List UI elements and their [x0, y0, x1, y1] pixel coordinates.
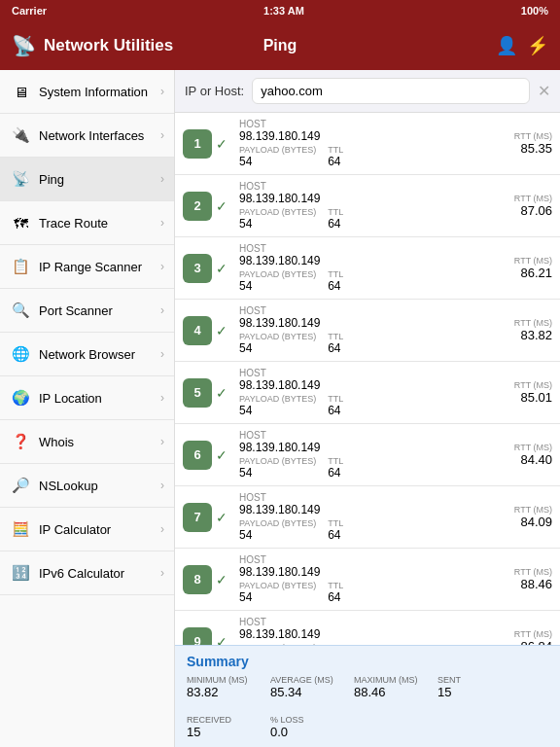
rtt-label-5: RTT (ms): [504, 380, 552, 390]
sidebar-item-whois[interactable]: ❓ Whois ›: [0, 420, 174, 464]
ttl-val-7: 64: [328, 528, 343, 542]
payload-val-4: 54: [239, 341, 316, 355]
ping-details-1: HOST 98.139.180.149 PAYLOAD (Bytes) 54 T…: [239, 119, 504, 168]
payload-item-8: PAYLOAD (Bytes) 54: [239, 581, 316, 604]
received-label: RECEIVED: [187, 715, 255, 725]
ping-details-6: HOST 98.139.180.149 PAYLOAD (Bytes) 54 T…: [239, 430, 504, 480]
chevron-icon-ipv6-calculator: ›: [160, 566, 164, 580]
rtt-val-5: 85.01: [504, 390, 552, 405]
ttl-val-4: 64: [328, 341, 343, 355]
sidebar-item-ip-location[interactable]: 🌍 IP Location ›: [0, 376, 174, 420]
payload-item-3: PAYLOAD (Bytes) 54: [239, 269, 316, 293]
sidebar-label-ipv6-calculator: IPv6 Calculator: [39, 566, 160, 581]
host-val-7: 98.139.180.149: [239, 503, 504, 516]
ttl-val-2: 64: [328, 217, 343, 231]
minimum-val: 83.82: [187, 685, 255, 699]
sidebar-item-ip-calculator[interactable]: 🧮 IP Calculator ›: [0, 508, 174, 551]
ttl-item-6: TTL 64: [328, 456, 343, 480]
sidebar-label-network-interfaces: Network Interfaces: [39, 128, 160, 143]
ping-number-3: 3: [183, 254, 212, 283]
sidebar-icon-system-information: 🖥: [10, 81, 31, 102]
ttl-label-5: TTL: [328, 394, 343, 404]
ip-input[interactable]: [252, 78, 530, 104]
sidebar-icon-port-scanner: 🔍: [10, 300, 31, 321]
ttl-label-2: TTL: [328, 207, 343, 217]
sidebar-item-network-browser[interactable]: 🌐 Network Browser ›: [0, 333, 174, 376]
sidebar-item-ping[interactable]: 📡 Ping ›: [0, 158, 174, 201]
ping-meta-1: PAYLOAD (Bytes) 54 TTL 64: [239, 145, 504, 168]
payload-val-3: 54: [239, 279, 316, 293]
ping-details-5: HOST 98.139.180.149 PAYLOAD (Bytes) 54 T…: [239, 368, 504, 417]
summary-grid: MINIMUM (ms) 83.82 AVERAGE (ms) 85.34 MA…: [187, 675, 548, 739]
rtt-val-3: 86.21: [504, 266, 552, 280]
payload-val-8: 54: [239, 590, 316, 604]
network-icon: 📡: [12, 34, 36, 57]
sidebar-item-trace-route[interactable]: 🗺 Trace Route ›: [0, 201, 174, 245]
ttl-label-3: TTL: [328, 269, 343, 279]
payload-label-1: PAYLOAD (Bytes): [239, 145, 316, 155]
sidebar-label-system-information: System Information: [39, 85, 160, 99]
summary-title: Summary: [187, 654, 548, 669]
payload-label-2: PAYLOAD (Bytes): [239, 207, 316, 217]
payload-val-5: 54: [239, 404, 316, 417]
flash-icon[interactable]: ⚡: [527, 35, 548, 56]
rtt-label-8: RTT (ms): [504, 567, 552, 577]
ping-check-1: ✓: [216, 136, 233, 152]
chevron-icon-system-information: ›: [160, 85, 164, 98]
ttl-val-3: 64: [328, 279, 343, 293]
ping-rtt-4: RTT (ms) 83.82: [504, 318, 552, 342]
page-title: Ping: [191, 37, 369, 54]
sidebar-item-nslookup[interactable]: 🔎 NSLookup ›: [0, 464, 174, 508]
payload-label-3: PAYLOAD (Bytes): [239, 269, 316, 279]
host-label-9: HOST: [239, 617, 504, 627]
host-val-1: 98.139.180.149: [239, 129, 504, 143]
ping-details-3: HOST 98.139.180.149 PAYLOAD (Bytes) 54 T…: [239, 243, 504, 293]
ip-label: IP or Host:: [185, 84, 244, 98]
ping-number-8: 8: [183, 565, 212, 594]
payload-label-4: PAYLOAD (Bytes): [239, 332, 316, 341]
ttl-item-8: TTL 64: [328, 581, 343, 604]
host-val-5: 98.139.180.149: [239, 378, 504, 392]
maximum-val: 88.46: [354, 685, 422, 699]
ping-rtt-1: RTT (ms) 85.35: [504, 131, 552, 156]
chevron-icon-network-interfaces: ›: [160, 128, 164, 142]
payload-item-1: PAYLOAD (Bytes) 54: [239, 145, 316, 168]
sidebar-item-ipv6-calculator[interactable]: 🔢 IPv6 Calculator ›: [0, 551, 174, 595]
sidebar-label-ip-range-scanner: IP Range Scanner: [39, 260, 160, 274]
summary-average: AVERAGE (ms) 85.34: [270, 675, 338, 699]
ping-row-2: 2 ✓ HOST 98.139.180.149 PAYLOAD (Bytes) …: [175, 175, 560, 237]
ping-results[interactable]: 1 ✓ HOST 98.139.180.149 PAYLOAD (Bytes) …: [175, 113, 560, 645]
rtt-label-4: RTT (ms): [504, 318, 552, 328]
ping-number-9: 9: [183, 627, 212, 646]
rtt-val-4: 83.82: [504, 328, 552, 342]
sidebar-item-network-interfaces[interactable]: 🔌 Network Interfaces ›: [0, 114, 174, 158]
ping-rtt-8: RTT (ms) 88.46: [504, 567, 552, 591]
sidebar-item-port-scanner[interactable]: 🔍 Port Scanner ›: [0, 289, 174, 333]
sidebar-label-ip-calculator: IP Calculator: [39, 522, 160, 537]
sidebar-label-ip-location: IP Location: [39, 391, 160, 406]
ping-number-2: 2: [183, 192, 212, 221]
ping-row-3: 3 ✓ HOST 98.139.180.149 PAYLOAD (Bytes) …: [175, 237, 560, 300]
host-label-6: HOST: [239, 430, 504, 441]
clear-button[interactable]: ✕: [538, 82, 550, 100]
ttl-label-6: TTL: [328, 456, 343, 466]
sidebar-icon-network-interfaces: 🔌: [10, 124, 31, 146]
average-val: 85.34: [270, 685, 338, 699]
host-label-4: HOST: [239, 305, 504, 316]
ttl-label-4: TTL: [328, 332, 343, 341]
summary-received: RECEIVED 15: [187, 715, 255, 739]
host-val-2: 98.139.180.149: [239, 192, 504, 205]
user-icon[interactable]: 👤: [496, 35, 517, 56]
ping-meta-2: PAYLOAD (Bytes) 54 TTL 64: [239, 207, 504, 231]
sidebar-icon-whois: ❓: [10, 431, 31, 452]
sidebar-item-ip-range-scanner[interactable]: 📋 IP Range Scanner ›: [0, 245, 174, 289]
host-label-3: HOST: [239, 243, 504, 254]
payload-item-7: PAYLOAD (Bytes) 54: [239, 518, 316, 542]
chevron-icon-port-scanner: ›: [160, 303, 164, 317]
sidebar-label-nslookup: NSLookup: [39, 479, 160, 493]
header-left: 📡 Network Utilities: [12, 34, 191, 57]
ping-number-7: 7: [183, 503, 212, 532]
ping-rtt-9: RTT (ms) 86.84: [504, 629, 552, 645]
content-area: IP or Host: ✕ 1 ✓ HOST 98.139.180.149 PA…: [175, 70, 560, 747]
sidebar-item-system-information[interactable]: 🖥 System Information ›: [0, 70, 174, 114]
